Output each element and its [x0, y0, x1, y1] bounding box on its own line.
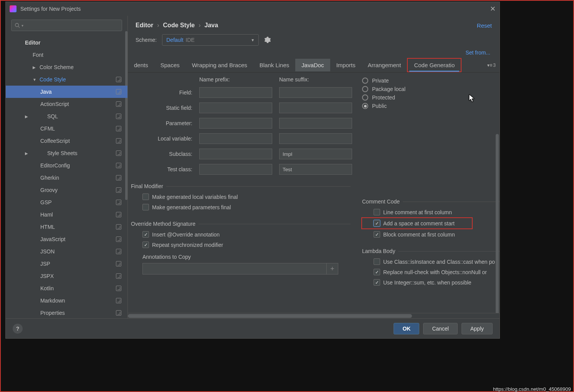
- override-signature-group: Override Method Signature Insert @Overri…: [131, 221, 351, 275]
- vertical-scrollbar[interactable]: [496, 134, 499, 313]
- test-class-suffix-input[interactable]: [279, 164, 352, 175]
- visibility-protected[interactable]: Protected: [362, 93, 500, 102]
- apply-button[interactable]: Apply: [462, 323, 493, 334]
- tab-spaces[interactable]: Spaces: [154, 59, 186, 71]
- svg-point-0: [15, 23, 19, 27]
- tab-javadoc[interactable]: JavaDoc: [295, 59, 330, 71]
- add-space-comment-start-checkbox[interactable]: Add a space at comment start: [361, 217, 473, 229]
- tree-java[interactable]: Java: [6, 86, 127, 98]
- dialog-footer: ? OK Cancel Apply: [6, 318, 500, 338]
- scheme-icon: [116, 151, 121, 156]
- tree-jsp[interactable]: JSP: [6, 258, 127, 270]
- tab-code-generation[interactable]: Code Generatio: [407, 58, 462, 72]
- subclass-prefix-input[interactable]: [199, 149, 272, 159]
- crumb-editor[interactable]: Editor: [136, 22, 153, 29]
- crumb-code-style[interactable]: Code Style: [163, 22, 195, 29]
- scheme-icon: [116, 224, 121, 230]
- search-input[interactable]: ▾: [11, 20, 122, 31]
- parameter-suffix-input[interactable]: [279, 118, 352, 129]
- main-panel: Editor › Code Style › Java Reset Scheme:…: [128, 16, 500, 318]
- annotations-input[interactable]: +: [142, 263, 338, 275]
- tree-editorconfig[interactable]: EditorConfig: [6, 159, 127, 172]
- field-prefix-input[interactable]: [199, 87, 272, 98]
- tree-properties[interactable]: Properties: [6, 307, 127, 318]
- tree-jspx[interactable]: JSPX: [6, 270, 127, 282]
- tab-overflow-menu[interactable]: ▾≡3: [483, 63, 500, 68]
- scheme-name: Default: [166, 37, 183, 43]
- scheme-icon: [116, 249, 121, 254]
- chevron-right-icon: ›: [157, 22, 159, 29]
- field-label: Field:: [131, 89, 192, 96]
- local-variable-suffix-input[interactable]: [279, 133, 352, 144]
- scheme-icon: [116, 261, 121, 266]
- visibility-package-local[interactable]: Package local: [362, 85, 500, 93]
- override-legend: Override Method Signature: [131, 221, 199, 227]
- test-class-prefix-input[interactable]: [199, 164, 272, 175]
- make-params-final-checkbox[interactable]: Make generated parameters final: [131, 202, 351, 212]
- replace-null-check-checkbox[interactable]: Replace null-check with Objects::nonNull…: [362, 267, 500, 277]
- tree-editor[interactable]: Editor: [6, 36, 127, 49]
- repeat-synchronized-checkbox[interactable]: Repeat synchronized modifier: [131, 240, 351, 250]
- settings-sidebar: ▾ Editor Font ▶Color Scheme ▼Code Style …: [6, 16, 128, 318]
- scheme-combo[interactable]: Default IDE ▼: [162, 34, 259, 46]
- field-suffix-input[interactable]: [279, 87, 352, 98]
- tab-imports[interactable]: Imports: [330, 59, 362, 71]
- tab-blank-lines[interactable]: Blank Lines: [253, 59, 296, 71]
- help-button[interactable]: ?: [13, 324, 23, 334]
- gear-icon[interactable]: [264, 36, 271, 43]
- tree-haml[interactable]: Haml: [6, 208, 127, 221]
- set-from-link[interactable]: Set from...: [465, 50, 490, 56]
- subclass-suffix-input[interactable]: [279, 149, 352, 159]
- scheme-label: Scheme:: [136, 37, 157, 43]
- tree-cfml[interactable]: CFML: [6, 122, 127, 135]
- watermark: https://blog.csdn.net/m0_45068909: [493, 386, 571, 392]
- parameter-prefix-input[interactable]: [199, 118, 272, 129]
- tree-groovy[interactable]: Groovy: [6, 184, 127, 196]
- tab-indents[interactable]: dents: [128, 59, 154, 71]
- breadcrumb: Editor › Code Style › Java Reset: [128, 16, 500, 31]
- visibility-radios: Private Package local Protected Public: [362, 76, 500, 110]
- plus-icon[interactable]: +: [326, 263, 338, 274]
- use-integer-sum-checkbox[interactable]: Use Integer::sum, etc. when possible: [362, 277, 500, 288]
- name-suffix-header: Name suffix:: [279, 76, 352, 83]
- tree-code-style[interactable]: ▼Code Style: [6, 73, 127, 86]
- chevron-down-icon: ▼: [251, 38, 255, 42]
- tab-wrapping[interactable]: Wrapping and Braces: [186, 59, 253, 71]
- tree-html[interactable]: HTML: [6, 221, 127, 233]
- block-comment-first-col-checkbox[interactable]: Block comment at first column: [362, 229, 500, 240]
- search-icon: [15, 23, 20, 28]
- tree-javascript[interactable]: JavaScript: [6, 233, 127, 245]
- line-comment-first-col-checkbox[interactable]: Line comment at first column: [362, 207, 500, 217]
- static-field-suffix-input[interactable]: [279, 103, 352, 113]
- tree-coffeescript[interactable]: CoffeeScript: [6, 135, 127, 147]
- tree-gsp[interactable]: GSP: [6, 196, 127, 208]
- reset-link[interactable]: Reset: [477, 22, 492, 29]
- local-variable-prefix-input[interactable]: [199, 133, 272, 144]
- cancel-button[interactable]: Cancel: [423, 323, 458, 334]
- tree-style-sheets[interactable]: ▶Style Sheets: [6, 147, 127, 159]
- make-local-final-checkbox[interactable]: Make generated local variables final: [131, 192, 351, 202]
- use-class-isinstance-checkbox[interactable]: Use Class::isInstance and Class::cast wh…: [362, 256, 500, 267]
- visibility-public[interactable]: Public: [362, 102, 500, 110]
- tree-color-scheme[interactable]: ▶Color Scheme: [6, 61, 127, 73]
- tab-arrangement[interactable]: Arrangement: [362, 59, 407, 71]
- tree-sql[interactable]: ▶SQL: [6, 110, 127, 122]
- chevron-right-icon: ▶: [25, 151, 28, 155]
- scheme-icon: [116, 298, 121, 303]
- static-field-prefix-input[interactable]: [199, 103, 272, 113]
- scheme-icon: [116, 101, 121, 107]
- tree-kotlin[interactable]: Kotlin: [6, 282, 127, 294]
- ok-button[interactable]: OK: [394, 323, 419, 334]
- tree-font[interactable]: Font: [6, 49, 127, 61]
- tree-gherkin[interactable]: Gherkin: [6, 172, 127, 184]
- scheme-icon: [116, 200, 121, 205]
- tree-markdown[interactable]: Markdown: [6, 294, 127, 307]
- insert-override-checkbox[interactable]: Insert @Override annotation: [131, 229, 351, 240]
- visibility-private[interactable]: Private: [362, 76, 500, 85]
- tree-actionscript[interactable]: ActionScript: [6, 98, 127, 110]
- horizontal-scrollbar[interactable]: [128, 313, 500, 318]
- tree-json[interactable]: JSON: [6, 245, 127, 258]
- svg-line-1: [18, 26, 20, 28]
- scheme-icon: [116, 175, 121, 180]
- close-icon[interactable]: ✕: [490, 5, 496, 13]
